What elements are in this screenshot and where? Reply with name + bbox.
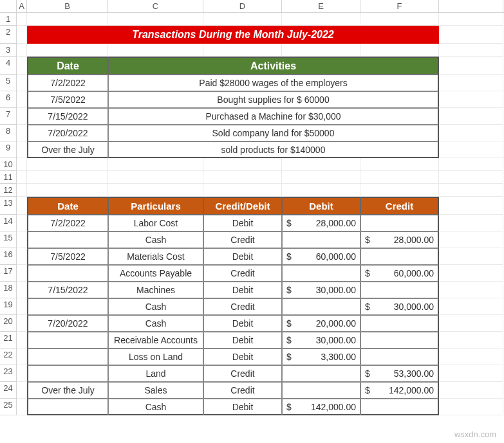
cell[interactable]: [360, 158, 439, 171]
table2-cd[interactable]: Debit: [203, 399, 282, 415]
col-header-extra[interactable]: [439, 0, 503, 12]
table2-particulars[interactable]: Sales: [108, 382, 203, 399]
cell[interactable]: [439, 108, 503, 125]
table1-date[interactable]: Over the July: [27, 141, 108, 158]
cell[interactable]: [17, 382, 27, 399]
table2-cd[interactable]: Debit: [203, 348, 282, 365]
row-header[interactable]: 3: [0, 44, 17, 57]
cell[interactable]: [439, 315, 503, 332]
table2-credit[interactable]: [360, 315, 439, 332]
table2-header-cd[interactable]: Credit/Debit: [203, 197, 282, 215]
table2-date[interactable]: 7/15/2022: [27, 282, 108, 298]
row-header[interactable]: 24: [0, 382, 17, 399]
table2-credit[interactable]: [360, 215, 439, 231]
cell[interactable]: [17, 57, 27, 75]
cell[interactable]: [439, 125, 503, 141]
table2-particulars[interactable]: Cash: [108, 231, 203, 248]
cell[interactable]: [439, 197, 503, 215]
cell[interactable]: [203, 184, 282, 197]
cell[interactable]: [27, 13, 108, 26]
spreadsheet-grid[interactable]: Transactions During the Month July-2022 …: [17, 13, 504, 415]
table2-particulars[interactable]: Loss on Land: [108, 348, 203, 365]
cell[interactable]: [282, 171, 360, 184]
cell[interactable]: [17, 265, 27, 282]
table2-date[interactable]: 7/5/2022: [27, 248, 108, 265]
table1-header-activities[interactable]: Activities: [108, 57, 439, 75]
cell[interactable]: [439, 348, 503, 365]
table1-activity[interactable]: Bought supplies for $ 60000: [108, 91, 439, 108]
cell[interactable]: [27, 184, 108, 197]
table2-cd[interactable]: Debit: [203, 215, 282, 231]
cell[interactable]: [439, 298, 503, 315]
table2-particulars[interactable]: Machines: [108, 282, 203, 298]
row-header[interactable]: 7: [0, 108, 17, 125]
table2-particulars[interactable]: Land: [108, 365, 203, 382]
row-header[interactable]: 23: [0, 365, 17, 382]
cell[interactable]: [17, 215, 27, 231]
table2-particulars[interactable]: Cash: [108, 315, 203, 332]
cell[interactable]: [439, 365, 503, 382]
row-header[interactable]: 8: [0, 125, 17, 141]
table2-credit[interactable]: [360, 282, 439, 298]
col-header-E[interactable]: E: [282, 0, 360, 12]
cell[interactable]: [17, 44, 27, 57]
cell[interactable]: [360, 171, 439, 184]
row-header[interactable]: 13: [0, 197, 17, 215]
row-header[interactable]: 15: [0, 231, 17, 248]
row-header[interactable]: 11: [0, 171, 17, 184]
cell[interactable]: [17, 315, 27, 332]
row-header[interactable]: 17: [0, 265, 17, 282]
table2-cd[interactable]: Credit: [203, 298, 282, 315]
cell[interactable]: [439, 231, 503, 248]
row-header[interactable]: 5: [0, 75, 17, 91]
cell[interactable]: [439, 44, 503, 57]
cell[interactable]: [439, 332, 503, 348]
row-header[interactable]: 25: [0, 399, 17, 415]
cell[interactable]: [108, 184, 203, 197]
table2-credit[interactable]: $60,000.00: [360, 265, 439, 282]
table2-cd[interactable]: Debit: [203, 315, 282, 332]
cell[interactable]: [17, 184, 27, 197]
table2-debit[interactable]: [282, 265, 360, 282]
cell[interactable]: [17, 231, 27, 248]
table2-date[interactable]: [27, 265, 108, 282]
table2-date[interactable]: [27, 348, 108, 365]
row-header[interactable]: 21: [0, 332, 17, 348]
table2-credit[interactable]: $142,000.00: [360, 382, 439, 399]
row-header[interactable]: 22: [0, 348, 17, 365]
cell[interactable]: [439, 57, 503, 75]
row-header[interactable]: 9: [0, 141, 17, 158]
row-header[interactable]: 19: [0, 298, 17, 315]
table2-particulars[interactable]: Cash: [108, 399, 203, 415]
table2-cd[interactable]: Credit: [203, 265, 282, 282]
row-header[interactable]: 16: [0, 248, 17, 265]
table2-debit[interactable]: $28,000.00: [282, 215, 360, 231]
table2-cd[interactable]: Debit: [203, 282, 282, 298]
table2-date[interactable]: Over the July: [27, 382, 108, 399]
cell[interactable]: [17, 248, 27, 265]
table2-particulars[interactable]: Cash: [108, 298, 203, 315]
cell[interactable]: [439, 265, 503, 282]
table2-cd[interactable]: Credit: [203, 231, 282, 248]
table2-date[interactable]: 7/2/2022: [27, 215, 108, 231]
cell[interactable]: [17, 158, 27, 171]
cell[interactable]: [17, 13, 27, 26]
table2-debit[interactable]: $30,000.00: [282, 332, 360, 348]
table2-debit[interactable]: $30,000.00: [282, 282, 360, 298]
table2-credit[interactable]: [360, 248, 439, 265]
cell[interactable]: [17, 365, 27, 382]
cell[interactable]: [439, 13, 503, 26]
table2-cd[interactable]: Debit: [203, 332, 282, 348]
cell[interactable]: [27, 158, 108, 171]
cell[interactable]: [439, 26, 503, 44]
table1-date[interactable]: 7/20/2022: [27, 125, 108, 141]
table1-date[interactable]: 7/2/2022: [27, 75, 108, 91]
cell[interactable]: [282, 184, 360, 197]
col-header-C[interactable]: C: [108, 0, 203, 12]
cell[interactable]: [108, 13, 203, 26]
table2-date[interactable]: [27, 399, 108, 415]
cell[interactable]: [203, 158, 282, 171]
table2-date[interactable]: [27, 231, 108, 248]
cell[interactable]: [439, 158, 503, 171]
col-header-F[interactable]: F: [360, 0, 439, 12]
